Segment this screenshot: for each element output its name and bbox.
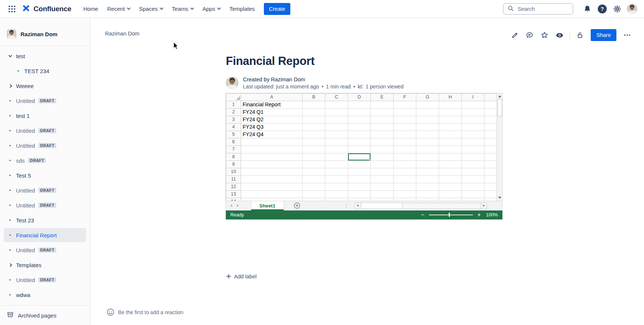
row-header-8[interactable]: 8 <box>226 153 241 160</box>
cell-E12[interactable] <box>371 183 394 190</box>
breadcrumb[interactable]: Raziman Dom <box>105 31 139 37</box>
cell-I6[interactable] <box>462 138 484 146</box>
scroll-right-icon[interactable] <box>481 203 487 209</box>
cell-E7[interactable] <box>371 146 394 153</box>
nav-item-teams[interactable]: Teams <box>168 3 197 15</box>
cell-D12[interactable] <box>348 183 371 190</box>
cell-D6[interactable] <box>348 138 371 146</box>
cell-F5[interactable] <box>394 131 416 138</box>
cell-A5[interactable]: FY24 Q4 <box>241 131 303 138</box>
cell-C7[interactable] <box>325 146 348 153</box>
cell-H11[interactable] <box>439 175 462 183</box>
cell-H12[interactable] <box>439 183 462 190</box>
sidebar-item-weeee[interactable]: Weeee <box>4 79 86 93</box>
cell-I12[interactable] <box>462 183 484 190</box>
cell-F6[interactable] <box>394 138 416 146</box>
cell-G10[interactable] <box>416 168 439 175</box>
cell-partial-1[interactable] <box>484 101 497 108</box>
cell-F8[interactable] <box>394 153 416 160</box>
row-header-1[interactable]: 1 <box>226 101 241 108</box>
cell-I5[interactable] <box>462 131 484 138</box>
cell-B13[interactable] <box>303 190 325 198</box>
cell-A7[interactable] <box>241 146 303 153</box>
nav-item-home[interactable]: Home <box>79 3 102 15</box>
cell-G1[interactable] <box>416 101 439 108</box>
cell-B5[interactable] <box>303 131 325 138</box>
tab-scroll-divider-icon[interactable]: ⋮ <box>344 203 349 208</box>
chevron-right-icon[interactable] <box>7 85 13 87</box>
cell-C1[interactable] <box>325 101 348 108</box>
sidebar-item-templates[interactable]: Templates <box>4 258 86 272</box>
cell-G2[interactable] <box>416 108 439 116</box>
select-all-corner[interactable] <box>226 93 241 101</box>
nav-item-spaces[interactable]: Spaces <box>135 3 167 15</box>
cell-A10[interactable] <box>241 168 303 175</box>
cell-I10[interactable] <box>462 168 484 175</box>
cell-D11[interactable] <box>348 175 371 183</box>
cell-B12[interactable] <box>303 183 325 190</box>
cell-C12[interactable] <box>325 183 348 190</box>
cell-H10[interactable] <box>439 168 462 175</box>
col-header-F[interactable]: F <box>394 93 416 101</box>
col-header-H[interactable]: H <box>439 93 462 101</box>
sidebar-item-untitled[interactable]: UntitledDRAFT <box>4 94 86 108</box>
nav-item-templates[interactable]: Templates <box>225 3 258 15</box>
scroll-down-icon[interactable] <box>498 197 501 199</box>
row-header-4[interactable]: 4 <box>226 123 241 131</box>
cell-D13[interactable] <box>348 190 371 198</box>
sidebar-item-sds[interactable]: sdsDRAFT <box>4 153 86 168</box>
cell-partial-2[interactable] <box>484 108 497 116</box>
cell-F2[interactable] <box>394 108 416 116</box>
cell-G12[interactable] <box>416 183 439 190</box>
cell-A3[interactable]: FY24 Q2 <box>241 116 303 123</box>
sidebar-item-untitled[interactable]: UntitledDRAFT <box>4 198 86 212</box>
cell-E5[interactable] <box>371 131 394 138</box>
cell-C5[interactable] <box>325 131 348 138</box>
cell-partial-6[interactable] <box>484 138 497 146</box>
cell-A9[interactable] <box>241 160 303 168</box>
cell-G7[interactable] <box>416 146 439 153</box>
row-header-6[interactable]: 6 <box>226 138 241 146</box>
cell-H7[interactable] <box>439 146 462 153</box>
cell-E3[interactable] <box>371 116 394 123</box>
cell-F13[interactable] <box>394 190 416 198</box>
cell-A14[interactable] <box>241 198 303 201</box>
col-header-G[interactable]: G <box>416 93 439 101</box>
cell-H6[interactable] <box>439 138 462 146</box>
nav-item-recent[interactable]: Recent <box>103 3 134 15</box>
zoom-out-icon[interactable]: − <box>421 212 424 218</box>
cell-E4[interactable] <box>371 123 394 131</box>
cell-B8[interactable] <box>303 153 325 160</box>
cell-H9[interactable] <box>439 160 462 168</box>
cell-D3[interactable] <box>348 116 371 123</box>
cell-I4[interactable] <box>462 123 484 131</box>
cell-G14[interactable] <box>416 198 439 201</box>
cell-C6[interactable] <box>325 138 348 146</box>
cell-partial-8[interactable] <box>484 153 497 160</box>
cell-B6[interactable] <box>303 138 325 146</box>
col-header-B[interactable]: B <box>303 93 325 101</box>
cell-C14[interactable] <box>325 198 348 201</box>
author-avatar[interactable] <box>226 76 239 89</box>
add-reaction-button[interactable]: Be the first to add a reaction <box>107 308 183 316</box>
sidebar-item-untitled[interactable]: UntitledDRAFT <box>4 273 86 287</box>
confluence-logo[interactable]: Confluence <box>22 4 71 14</box>
cell-partial-13[interactable] <box>484 190 497 198</box>
cell-E1[interactable] <box>371 101 394 108</box>
cell-C4[interactable] <box>325 123 348 131</box>
add-label-button[interactable]: Add label <box>226 274 256 279</box>
share-button[interactable]: Share <box>591 29 616 41</box>
cell-E9[interactable] <box>371 160 394 168</box>
cell-B4[interactable] <box>303 123 325 131</box>
row-header-13[interactable]: 13 <box>226 190 241 198</box>
sheet-nav-right-icon[interactable] <box>237 204 239 207</box>
cell-partial-11[interactable] <box>484 175 497 183</box>
cell-A12[interactable] <box>241 183 303 190</box>
cell-B1[interactable] <box>303 101 325 108</box>
cell-partial-3[interactable] <box>484 116 497 123</box>
sidebar-item-test-234[interactable]: TEST 234 <box>12 64 86 78</box>
row-header-2[interactable]: 2 <box>226 108 241 116</box>
space-header[interactable]: Raziman Dom <box>7 29 83 39</box>
row-header-11[interactable]: 11 <box>226 175 241 183</box>
cell-F7[interactable] <box>394 146 416 153</box>
